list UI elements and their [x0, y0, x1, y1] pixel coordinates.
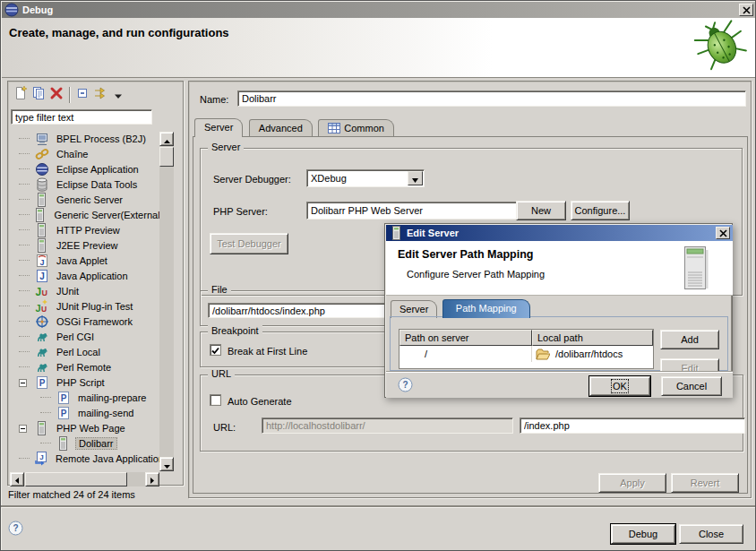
- tree-item-php-web-page[interactable]: PHP Web Page: [10, 420, 160, 435]
- tree-item-label: BPEL Process (B2J): [54, 133, 149, 145]
- tree-item-j2ee-preview[interactable]: J2EE Preview: [10, 237, 160, 253]
- collapse-all-button[interactable]: [73, 86, 91, 104]
- scroll-right-button[interactable]: [145, 472, 159, 486]
- auto-generate-label: Auto Generate: [228, 396, 292, 407]
- tree-item-junit[interactable]: JUJUnit: [10, 283, 160, 298]
- tree-item-http-preview[interactable]: HTTP Preview: [10, 222, 160, 237]
- tree-item-remote-java-application[interactable]: JRemote Java Application: [10, 451, 160, 466]
- url-path-field[interactable]: [520, 418, 745, 434]
- tree-vertical-scrollbar[interactable]: [159, 132, 174, 471]
- tree-item-label: mailing-send: [75, 407, 136, 419]
- tree-connector: [19, 168, 30, 169]
- server-icon: [35, 238, 49, 253]
- scroll-left-button[interactable]: [10, 472, 24, 486]
- tree-item-java-application[interactable]: JJava Application: [10, 268, 160, 283]
- vertical-scroll-thumb[interactable]: [159, 147, 174, 167]
- new-launch-configuration-button[interactable]: [12, 86, 30, 104]
- scroll-up-button[interactable]: [159, 132, 174, 146]
- break-at-first-line-checkbox[interactable]: [210, 344, 221, 356]
- new-server-button[interactable]: New: [516, 201, 566, 220]
- name-label: Name:: [200, 94, 228, 105]
- apply-button[interactable]: Apply: [598, 473, 666, 493]
- window-titlebar: Debug: [2, 2, 756, 18]
- php-icon: P: [56, 391, 71, 405]
- tree-item-osgi-framework[interactable]: OSGi Framework: [10, 314, 160, 329]
- tree-connector: [40, 397, 51, 398]
- add-mapping-button[interactable]: Add: [660, 330, 719, 349]
- filter-icon: [93, 86, 107, 104]
- dialog-tab-bar: Server Path Mapping: [391, 299, 531, 317]
- duplicate-launch-configuration-button[interactable]: [30, 86, 47, 104]
- tree-item-mailing-prepare[interactable]: Pmailing-prepare: [10, 390, 160, 405]
- tree-item-eclipse-data-tools[interactable]: Eclipse Data Tools: [10, 176, 160, 192]
- tree-connector: [19, 275, 30, 276]
- tree-item-java-applet[interactable]: JJava Applet: [10, 253, 160, 268]
- server-debugger-value: XDebug: [307, 173, 407, 184]
- collapse-all-icon: [75, 86, 90, 104]
- chevron-down-icon[interactable]: [408, 171, 423, 185]
- tab-server[interactable]: Server: [194, 118, 243, 137]
- tab-advanced-label: Advanced: [259, 123, 303, 133]
- column-header-local-path[interactable]: Local path: [532, 330, 653, 346]
- dialog-close-button[interactable]: [716, 227, 730, 239]
- horizontal-scroll-thumb[interactable]: [25, 472, 127, 486]
- svg-text:U: U: [42, 288, 48, 297]
- eclipse-app-icon: [35, 162, 49, 176]
- tree-item-junit-plug-in-test[interactable]: JUJUnit Plug-in Test: [10, 298, 160, 314]
- close-button[interactable]: Close: [679, 524, 743, 544]
- cancel-button[interactable]: Cancel: [661, 376, 722, 396]
- remote-java-icon: J: [34, 452, 48, 466]
- configure-button[interactable]: Configure...: [571, 201, 630, 220]
- tree-horizontal-scrollbar[interactable]: [10, 472, 159, 486]
- junit-icon: JU: [35, 284, 49, 298]
- server-debugger-label: Server Debugger:: [213, 174, 291, 185]
- filter-status-text: Filter matched 24 of 24 items: [8, 489, 135, 500]
- help-icon[interactable]: ?: [8, 521, 23, 536]
- collapse-toggle-icon[interactable]: [19, 375, 27, 391]
- tab-advanced[interactable]: Advanced: [249, 119, 313, 137]
- tree-item-perl-remote[interactable]: Perl Remote: [10, 359, 160, 375]
- scroll-down-button[interactable]: [159, 457, 174, 471]
- collapse-toggle-icon[interactable]: [19, 420, 27, 436]
- tree-connector: [19, 229, 30, 230]
- dialog-tab-server[interactable]: Server: [391, 300, 437, 318]
- table-row[interactable]: //dolibarr/htdocs: [399, 346, 653, 362]
- menu-arrow-icon: [115, 87, 122, 103]
- tree-item-perl-cgi[interactable]: Perl CGI: [10, 329, 160, 344]
- tree-item-generic-server-external-la[interactable]: Generic Server(External La: [10, 207, 160, 222]
- column-header-path-on-server[interactable]: Path on server: [399, 330, 532, 346]
- applet-icon: J: [35, 254, 49, 268]
- perl-icon: [35, 330, 49, 344]
- chain-icon: [35, 147, 49, 161]
- filter-input[interactable]: [11, 109, 152, 125]
- debug-button[interactable]: Debug: [611, 524, 675, 544]
- tree-item-bpel-process-b2j[interactable]: BPEL Process (B2J): [10, 131, 160, 146]
- test-debugger-button[interactable]: Test Debugger: [210, 233, 288, 254]
- tree-item-mailing-send[interactable]: Pmailing-send: [10, 405, 160, 420]
- tree-item-label: Java Application: [54, 270, 131, 282]
- tree-connector: [19, 290, 30, 291]
- path-mapping-table[interactable]: Path on server Local path //dolibarr/htd…: [399, 329, 654, 369]
- tree-item-label: Eclipse Data Tools: [54, 178, 140, 191]
- tree-item-eclipse-application[interactable]: Eclipse Application: [10, 161, 160, 176]
- tree-item-generic-server[interactable]: Generic Server: [10, 192, 160, 207]
- tab-common[interactable]: Common: [318, 119, 394, 137]
- tree-item-perl-local[interactable]: Perl Local: [10, 344, 160, 359]
- server-debugger-select[interactable]: XDebug: [306, 169, 425, 187]
- auto-generate-checkbox[interactable]: [210, 394, 221, 406]
- tree-item-label: JUnit: [54, 285, 82, 297]
- tree-connector: [19, 306, 30, 306]
- toolbar-menu-button[interactable]: [109, 86, 127, 104]
- name-field[interactable]: [237, 90, 746, 107]
- tree-item-label: Dolibarr: [75, 437, 117, 450]
- revert-button[interactable]: Revert: [671, 473, 739, 493]
- tree-item-cha-ne[interactable]: Chaîne: [10, 146, 160, 161]
- help-icon[interactable]: ?: [398, 377, 413, 392]
- window-close-button[interactable]: [739, 4, 753, 16]
- delete-launch-configuration-button[interactable]: [47, 86, 65, 104]
- tree-item-dolibarr[interactable]: Dolibarr: [10, 435, 160, 451]
- ok-button[interactable]: OK: [589, 376, 650, 396]
- dialog-tab-path-mapping[interactable]: Path Mapping: [442, 299, 530, 318]
- tree-item-php-script[interactable]: PPHP Script: [10, 375, 160, 390]
- filter-launch-configurations-button[interactable]: [91, 86, 109, 104]
